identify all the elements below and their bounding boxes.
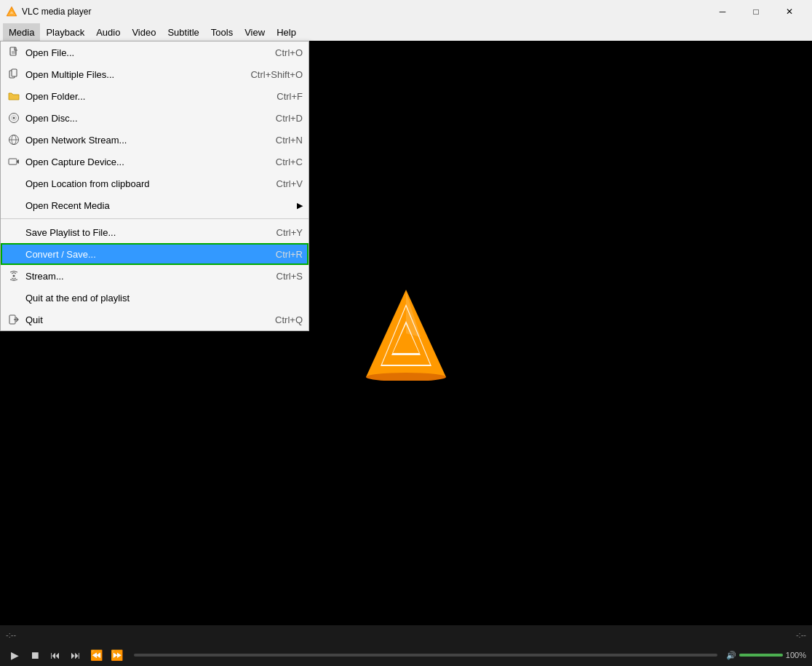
folder-icon	[7, 89, 21, 103]
file-icon	[7, 45, 21, 60]
vlc-logo	[362, 286, 450, 381]
menu-item-open-recent[interactable]: Open Recent Media ▶	[1, 194, 309, 216]
menu-help[interactable]: Help	[271, 23, 302, 41]
quit-icon	[7, 312, 21, 327]
close-button[interactable]: ✕	[773, 0, 806, 23]
titlebar: VLC media player ─ □ ✕	[0, 0, 812, 23]
menu-item-stream[interactable]: Stream... Ctrl+S	[1, 265, 309, 287]
menu-item-open-folder[interactable]: Open Folder... Ctrl+F	[1, 85, 309, 107]
play-button[interactable]: ▶	[6, 646, 23, 664]
next-button[interactable]: ⏭	[67, 646, 84, 664]
svg-rect-15	[9, 159, 17, 164]
statusbar: -:-- -:--	[0, 625, 812, 644]
menu-video[interactable]: Video	[126, 23, 162, 41]
menu-item-open-clipboard[interactable]: Open Location from clipboard Ctrl+V	[1, 173, 309, 194]
volume-icon: 🔊	[726, 651, 736, 660]
svg-point-17	[13, 275, 15, 277]
menu-item-save-playlist[interactable]: Save Playlist to File... Ctrl+Y	[1, 221, 309, 243]
prev-button[interactable]: ⏮	[47, 646, 64, 664]
menu-item-open-file[interactable]: Open File... Ctrl+O	[1, 41, 309, 63]
menu-view[interactable]: View	[239, 23, 271, 41]
rewind-button[interactable]: ⏪	[87, 646, 105, 664]
svg-rect-4	[10, 47, 16, 55]
capture-icon	[7, 154, 21, 169]
status-time-left: -:--	[6, 630, 796, 639]
progress-bar[interactable]	[134, 654, 717, 657]
menu-item-open-multiple[interactable]: Open Multiple Files... Ctrl+Shift+O	[1, 63, 309, 85]
window-title: VLC media player	[22, 7, 706, 17]
volume-bar[interactable]	[739, 654, 783, 657]
menu-item-open-capture[interactable]: Open Capture Device... Ctrl+C	[1, 151, 309, 173]
controls-bar: ▶ ⏹ ⏮ ⏭ ⏪ ⏩ 🔊 100%	[0, 644, 812, 666]
minimize-button[interactable]: ─	[706, 0, 739, 23]
stream-icon	[7, 269, 21, 283]
network-icon	[7, 132, 21, 147]
menu-item-quit-end[interactable]: Quit at the end of playlist	[1, 287, 309, 309]
media-dropdown-menu: Open File... Ctrl+O Open Multiple Files.…	[0, 41, 309, 331]
menu-tools[interactable]: Tools	[205, 23, 239, 41]
menubar: Media Playback Audio Video Subtitle Tool…	[0, 23, 812, 41]
menu-subtitle[interactable]: Subtitle	[162, 23, 204, 41]
separator-1	[1, 218, 309, 219]
menu-media[interactable]: Media	[3, 23, 40, 41]
stop-button[interactable]: ⏹	[26, 646, 44, 664]
forward-button[interactable]: ⏩	[108, 646, 125, 664]
svg-rect-8	[12, 69, 17, 76]
volume-fill	[739, 654, 783, 657]
volume-label: 100%	[786, 651, 806, 659]
menu-item-open-network[interactable]: Open Network Stream... Ctrl+N	[1, 129, 309, 151]
menu-item-open-disc[interactable]: Open Disc... Ctrl+D	[1, 107, 309, 129]
svg-point-10	[13, 117, 15, 119]
menu-item-convert-save[interactable]: Convert / Save... Ctrl+R	[1, 243, 309, 265]
status-time-right: -:--	[796, 630, 806, 639]
menu-audio[interactable]: Audio	[90, 23, 126, 41]
menu-item-quit[interactable]: Quit Ctrl+Q	[1, 309, 309, 330]
disc-icon	[7, 111, 21, 125]
window-controls: ─ □ ✕	[706, 0, 806, 23]
app-icon	[6, 6, 17, 17]
multiple-files-icon	[7, 67, 21, 82]
volume-area: 🔊 100%	[726, 651, 806, 660]
submenu-arrow: ▶	[297, 201, 303, 210]
maximize-button[interactable]: □	[739, 0, 773, 23]
menu-playback[interactable]: Playback	[40, 23, 90, 41]
